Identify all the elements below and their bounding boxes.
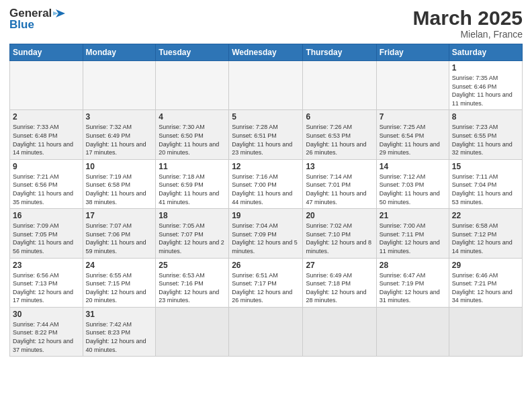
table-row: 13Sunrise: 7:14 AM Sunset: 7:01 PM Dayli…	[303, 159, 376, 208]
table-row: 18Sunrise: 7:05 AM Sunset: 7:07 PM Dayli…	[156, 209, 229, 258]
calendar-week-row: 9Sunrise: 7:21 AM Sunset: 6:56 PM Daylig…	[10, 159, 523, 208]
day-number: 5	[232, 112, 300, 122]
day-info: Sunrise: 7:44 AM Sunset: 8:22 PM Dayligh…	[13, 320, 80, 354]
day-number: 28	[380, 261, 446, 270]
day-number: 31	[86, 310, 153, 319]
day-info: Sunrise: 7:42 AM Sunset: 8:23 PM Dayligh…	[86, 320, 153, 354]
table-row: 14Sunrise: 7:12 AM Sunset: 7:03 PM Dayli…	[376, 159, 449, 208]
table-row: 6Sunrise: 7:26 AM Sunset: 6:53 PM Daylig…	[303, 110, 376, 159]
location: Mielan, France	[413, 29, 523, 40]
col-wednesday: Wednesday	[229, 44, 303, 61]
table-row: 16Sunrise: 7:09 AM Sunset: 7:05 PM Dayli…	[10, 209, 83, 258]
calendar-week-row: 2Sunrise: 7:33 AM Sunset: 6:48 PM Daylig…	[10, 110, 523, 159]
table-row: 10Sunrise: 7:19 AM Sunset: 6:58 PM Dayli…	[83, 159, 156, 208]
table-row: 11Sunrise: 7:18 AM Sunset: 6:59 PM Dayli…	[156, 159, 229, 208]
day-number: 25	[159, 261, 226, 270]
day-number: 19	[232, 211, 300, 220]
col-monday: Monday	[83, 44, 156, 61]
table-row	[376, 61, 449, 110]
day-number: 7	[380, 112, 446, 122]
day-info: Sunrise: 7:33 AM Sunset: 6:48 PM Dayligh…	[13, 123, 80, 156]
calendar-page: General Blue March 2025 Mielan, France S…	[0, 0, 532, 411]
day-info: Sunrise: 7:25 AM Sunset: 6:54 PM Dayligh…	[380, 123, 446, 156]
day-info: Sunrise: 7:16 AM Sunset: 7:00 PM Dayligh…	[232, 173, 300, 206]
day-number: 29	[452, 261, 519, 270]
day-number: 8	[452, 112, 519, 122]
day-number: 21	[380, 211, 446, 220]
table-row: 24Sunrise: 6:55 AM Sunset: 7:15 PM Dayli…	[83, 258, 156, 307]
table-row: 2Sunrise: 7:33 AM Sunset: 6:48 PM Daylig…	[10, 110, 83, 159]
day-info: Sunrise: 6:53 AM Sunset: 7:16 PM Dayligh…	[159, 271, 226, 305]
day-info: Sunrise: 7:07 AM Sunset: 7:06 PM Dayligh…	[86, 222, 153, 255]
day-number: 13	[306, 162, 373, 171]
table-row	[376, 307, 449, 356]
calendar-week-row: 16Sunrise: 7:09 AM Sunset: 7:05 PM Dayli…	[10, 209, 523, 258]
day-info: Sunrise: 7:04 AM Sunset: 7:09 PM Dayligh…	[232, 222, 300, 255]
table-row: 15Sunrise: 7:11 AM Sunset: 7:04 PM Dayli…	[449, 159, 522, 208]
day-info: Sunrise: 6:58 AM Sunset: 7:12 PM Dayligh…	[452, 222, 519, 255]
day-number: 26	[232, 261, 300, 270]
calendar-week-row: 30Sunrise: 7:44 AM Sunset: 8:22 PM Dayli…	[10, 307, 523, 356]
table-row: 23Sunrise: 6:56 AM Sunset: 7:13 PM Dayli…	[10, 258, 83, 307]
table-row	[229, 61, 303, 110]
day-number: 2	[13, 112, 80, 122]
day-info: Sunrise: 7:23 AM Sunset: 6:55 PM Dayligh…	[452, 123, 519, 156]
day-number: 9	[13, 162, 80, 171]
day-number: 14	[380, 162, 446, 171]
table-row: 5Sunrise: 7:28 AM Sunset: 6:51 PM Daylig…	[229, 110, 303, 159]
table-row	[229, 307, 303, 356]
calendar-week-row: 23Sunrise: 6:56 AM Sunset: 7:13 PM Dayli…	[10, 258, 523, 307]
table-row	[83, 61, 156, 110]
table-row: 22Sunrise: 6:58 AM Sunset: 7:12 PM Dayli…	[449, 209, 522, 258]
day-info: Sunrise: 7:14 AM Sunset: 7:01 PM Dayligh…	[306, 173, 373, 206]
day-info: Sunrise: 6:49 AM Sunset: 7:18 PM Dayligh…	[306, 271, 373, 305]
logo: General Blue	[9, 7, 68, 32]
day-info: Sunrise: 7:09 AM Sunset: 7:05 PM Dayligh…	[13, 222, 80, 255]
calendar-week-row: 1Sunrise: 7:35 AM Sunset: 6:46 PM Daylig…	[10, 61, 523, 110]
table-row: 27Sunrise: 6:49 AM Sunset: 7:18 PM Dayli…	[303, 258, 376, 307]
day-info: Sunrise: 7:12 AM Sunset: 7:03 PM Dayligh…	[380, 173, 446, 206]
day-number: 18	[159, 211, 226, 220]
day-info: Sunrise: 7:11 AM Sunset: 7:04 PM Dayligh…	[452, 173, 519, 206]
month-year: March 2025	[413, 7, 523, 29]
day-number: 15	[452, 162, 519, 171]
day-info: Sunrise: 7:28 AM Sunset: 6:51 PM Dayligh…	[232, 123, 300, 156]
col-tuesday: Tuesday	[156, 44, 229, 61]
title-block: March 2025 Mielan, France	[413, 7, 523, 40]
day-info: Sunrise: 6:51 AM Sunset: 7:17 PM Dayligh…	[232, 271, 300, 305]
day-info: Sunrise: 7:26 AM Sunset: 6:53 PM Dayligh…	[306, 123, 373, 156]
day-info: Sunrise: 7:05 AM Sunset: 7:07 PM Dayligh…	[159, 222, 226, 255]
col-friday: Friday	[376, 44, 449, 61]
table-row: 29Sunrise: 6:46 AM Sunset: 7:21 PM Dayli…	[449, 258, 522, 307]
table-row	[156, 61, 229, 110]
day-number: 17	[86, 211, 153, 220]
day-number: 11	[159, 162, 226, 171]
day-info: Sunrise: 6:47 AM Sunset: 7:19 PM Dayligh…	[380, 271, 446, 305]
day-number: 24	[86, 261, 153, 270]
day-info: Sunrise: 6:56 AM Sunset: 7:13 PM Dayligh…	[13, 271, 80, 305]
day-number: 4	[159, 112, 226, 122]
day-number: 10	[86, 162, 153, 171]
logo-blue-text: Blue	[9, 19, 68, 32]
col-thursday: Thursday	[303, 44, 376, 61]
header: General Blue March 2025 Mielan, France	[9, 7, 523, 40]
col-saturday: Saturday	[449, 44, 522, 61]
day-info: Sunrise: 7:00 AM Sunset: 7:11 PM Dayligh…	[380, 222, 446, 255]
col-sunday: Sunday	[10, 44, 83, 61]
table-row: 12Sunrise: 7:16 AM Sunset: 7:00 PM Dayli…	[229, 159, 303, 208]
table-row: 31Sunrise: 7:42 AM Sunset: 8:23 PM Dayli…	[83, 307, 156, 356]
day-info: Sunrise: 6:55 AM Sunset: 7:15 PM Dayligh…	[86, 271, 153, 305]
calendar-header-row: Sunday Monday Tuesday Wednesday Thursday…	[10, 44, 523, 61]
day-number: 1	[452, 63, 519, 73]
table-row: 3Sunrise: 7:32 AM Sunset: 6:49 PM Daylig…	[83, 110, 156, 159]
table-row: 4Sunrise: 7:30 AM Sunset: 6:50 PM Daylig…	[156, 110, 229, 159]
day-info: Sunrise: 6:46 AM Sunset: 7:21 PM Dayligh…	[452, 271, 519, 305]
day-info: Sunrise: 7:02 AM Sunset: 7:10 PM Dayligh…	[306, 222, 373, 255]
table-row	[156, 307, 229, 356]
day-number: 27	[306, 261, 373, 270]
table-row: 28Sunrise: 6:47 AM Sunset: 7:19 PM Dayli…	[376, 258, 449, 307]
table-row: 1Sunrise: 7:35 AM Sunset: 6:46 PM Daylig…	[449, 61, 522, 110]
table-row: 30Sunrise: 7:44 AM Sunset: 8:22 PM Dayli…	[10, 307, 83, 356]
day-info: Sunrise: 7:21 AM Sunset: 6:56 PM Dayligh…	[13, 173, 80, 206]
day-info: Sunrise: 7:30 AM Sunset: 6:50 PM Dayligh…	[159, 123, 226, 156]
